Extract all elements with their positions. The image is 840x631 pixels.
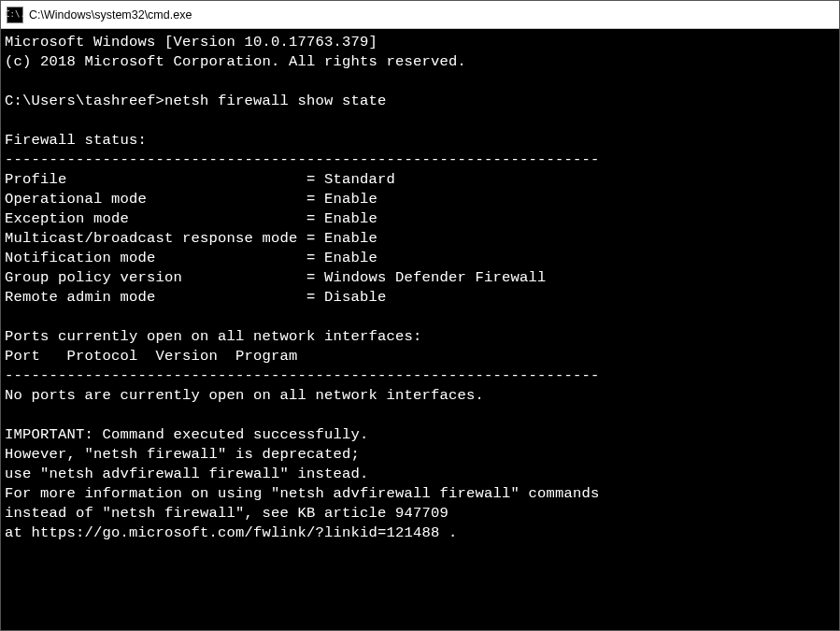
prompt: C:\Users\tashreef> xyxy=(5,93,164,109)
cmd-icon: C:\. xyxy=(7,7,23,23)
cmd-window: C:\. C:\Windows\system32\cmd.exe Microso… xyxy=(0,0,840,631)
important-line-1: IMPORTANT: Command executed successfully… xyxy=(5,426,369,443)
no-ports-msg: No ports are currently open on all netwo… xyxy=(5,387,484,404)
ports-columns: Port Protocol Version Program xyxy=(5,348,298,365)
status-header: Firewall status: xyxy=(5,132,147,149)
row-operational: Operational mode = Enable xyxy=(5,191,377,208)
titlebar[interactable]: C:\. C:\Windows\system32\cmd.exe xyxy=(1,1,839,29)
row-group-policy: Group policy version = Windows Defender … xyxy=(5,269,547,286)
divider: ----------------------------------------… xyxy=(5,367,600,384)
window-title: C:\Windows\system32\cmd.exe xyxy=(29,8,192,22)
row-exception: Exception mode = Enable xyxy=(5,210,377,227)
copyright-line: (c) 2018 Microsoft Corporation. All righ… xyxy=(5,53,466,70)
row-multicast: Multicast/broadcast response mode = Enab… xyxy=(5,230,377,247)
divider: ----------------------------------------… xyxy=(5,151,600,168)
important-line-4: For more information on using "netsh adv… xyxy=(5,485,600,502)
cmd-icon-label: C:\. xyxy=(5,10,25,19)
row-profile: Profile = Standard xyxy=(5,171,395,188)
row-notification: Notification mode = Enable xyxy=(5,250,377,266)
command-input[interactable]: netsh firewall show state xyxy=(164,93,387,109)
row-remote-admin: Remote admin mode = Disable xyxy=(5,289,387,306)
important-line-2: However, "netsh firewall" is deprecated; xyxy=(5,446,360,463)
important-line-6: at https://go.microsoft.com/fwlink/?link… xyxy=(5,524,458,541)
ports-header: Ports currently open on all network inte… xyxy=(5,328,422,345)
terminal-area[interactable]: Microsoft Windows [Version 10.0.17763.37… xyxy=(1,29,839,630)
important-line-3: use "netsh advfirewall firewall" instead… xyxy=(5,466,369,482)
version-line: Microsoft Windows [Version 10.0.17763.37… xyxy=(5,34,377,50)
important-line-5: instead of "netsh firewall", see KB arti… xyxy=(5,505,448,522)
